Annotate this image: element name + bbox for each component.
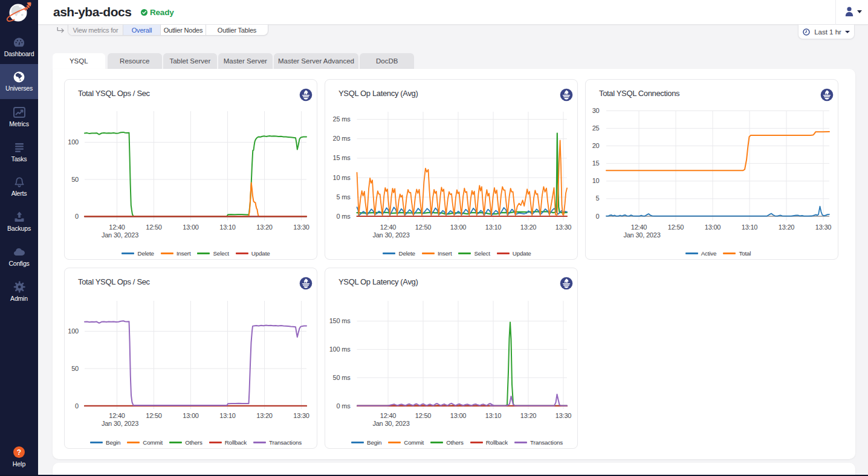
svg-text:15: 15 (592, 159, 600, 167)
svg-text:13:30: 13:30 (815, 224, 832, 231)
svg-text:13:20: 13:20 (779, 224, 795, 231)
svg-text:12:50: 12:50 (668, 224, 684, 231)
svg-text:Jan 30, 2023: Jan 30, 2023 (372, 231, 409, 239)
svg-text:50: 50 (71, 176, 79, 183)
svg-text:100: 100 (68, 327, 79, 335)
svg-text:100 ms: 100 ms (329, 346, 351, 353)
svg-text:50: 50 (71, 365, 79, 372)
svg-text:20: 20 (592, 142, 600, 149)
svg-text:30: 30 (592, 107, 600, 114)
svg-text:13:30: 13:30 (293, 224, 309, 231)
svg-text:13:30: 13:30 (293, 412, 309, 419)
svg-text:0: 0 (75, 402, 79, 410)
svg-text:13:00: 13:00 (705, 224, 721, 231)
svg-text:150 ms: 150 ms (329, 317, 351, 324)
svg-text:15 ms: 15 ms (333, 154, 351, 161)
svg-text:13:00: 13:00 (450, 224, 467, 231)
svg-text:13:20: 13:20 (256, 224, 273, 231)
svg-text:12:40: 12:40 (631, 224, 647, 231)
svg-text:0 ms: 0 ms (336, 402, 351, 410)
svg-text:13:30: 13:30 (555, 224, 572, 231)
svg-text:Jan 30, 2023: Jan 30, 2023 (623, 231, 660, 239)
svg-text:13:00: 13:00 (183, 412, 199, 419)
svg-text:10: 10 (592, 177, 600, 184)
svg-text:0: 0 (596, 213, 600, 220)
svg-text:Jan 30, 2023: Jan 30, 2023 (372, 420, 409, 427)
svg-text:13:10: 13:10 (219, 412, 236, 419)
svg-text:13:10: 13:10 (219, 224, 236, 231)
svg-text:12:50: 12:50 (415, 412, 432, 419)
svg-text:20 ms: 20 ms (333, 135, 351, 142)
svg-text:13:10: 13:10 (742, 224, 758, 231)
svg-text:13:20: 13:20 (520, 412, 537, 419)
svg-text:12:40: 12:40 (109, 412, 125, 419)
svg-text:13:30: 13:30 (555, 412, 572, 419)
svg-text:25: 25 (592, 124, 600, 132)
svg-text:50 ms: 50 ms (333, 374, 351, 381)
svg-text:Jan 30, 2023: Jan 30, 2023 (102, 420, 138, 427)
svg-text:13:20: 13:20 (256, 412, 273, 419)
svg-text:13:10: 13:10 (485, 224, 502, 231)
svg-text:5 ms: 5 ms (336, 193, 351, 201)
svg-text:100: 100 (68, 138, 79, 146)
svg-text:12:40: 12:40 (109, 224, 125, 231)
svg-text:13:20: 13:20 (520, 224, 537, 231)
svg-text:Jan 30, 2023: Jan 30, 2023 (102, 231, 138, 239)
svg-text:0 ms: 0 ms (336, 213, 351, 220)
svg-text:13:10: 13:10 (485, 412, 502, 419)
svg-text:12:40: 12:40 (380, 224, 397, 231)
svg-text:25 ms: 25 ms (333, 115, 351, 123)
svg-text:12:40: 12:40 (380, 412, 397, 419)
svg-text:5: 5 (596, 195, 600, 202)
svg-text:10 ms: 10 ms (333, 174, 351, 181)
svg-text:13:00: 13:00 (450, 412, 467, 419)
svg-text:12:50: 12:50 (146, 412, 162, 419)
svg-text:13:00: 13:00 (183, 224, 199, 231)
svg-text:12:50: 12:50 (415, 224, 432, 231)
svg-text:12:50: 12:50 (146, 224, 162, 231)
svg-text:0: 0 (75, 213, 79, 220)
